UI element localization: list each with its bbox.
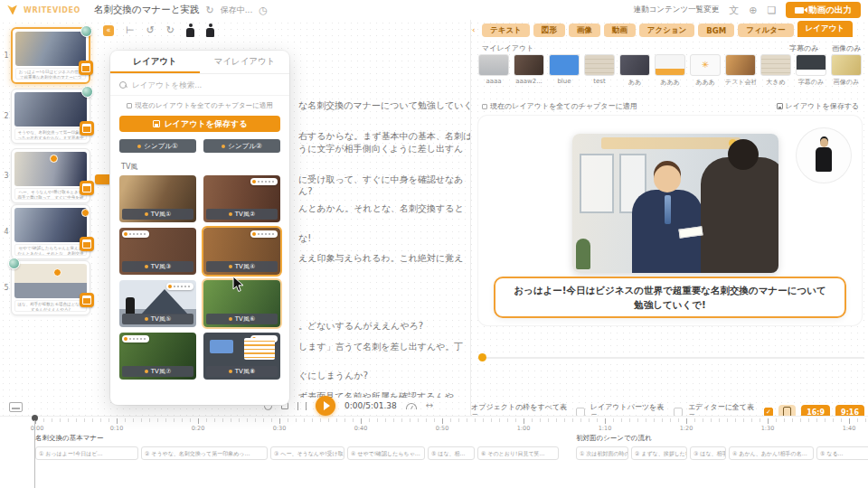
apply-to-all-link[interactable]: 現在のレイアウトを全てのチャプターに適用: [114, 101, 286, 110]
globe-icon[interactable]: ⊕: [749, 5, 757, 15]
undo-icon[interactable]: ↺: [146, 25, 155, 35]
scene-thumbnail: [14, 264, 87, 298]
script-line: うに文字が相手側向くように差し出すん: [298, 143, 470, 155]
tab-bgm[interactable]: BGM: [698, 23, 734, 37]
dot-icon: [145, 370, 148, 373]
dot-icon: [145, 317, 148, 321]
my-layout-item[interactable]: あああ: [690, 54, 721, 87]
layout-quick-button[interactable]: [79, 61, 93, 75]
timeline-segment[interactable]: ② そうやな、名刺交換って第一印象めっ…: [141, 446, 268, 460]
save-layout-button[interactable]: レイアウトを保存する: [119, 116, 280, 132]
translate-icon[interactable]: 文: [729, 5, 739, 15]
my-layout-row: aaaa aaaw2... blue test ああ あああ あああ テスト会社…: [478, 54, 862, 87]
layout-quick-button[interactable]: [80, 121, 94, 136]
search-icon: [119, 81, 127, 89]
layout-option-tv-4-selected[interactable]: TV風④: [203, 228, 280, 275]
layout-quick-button[interactable]: [80, 237, 94, 251]
tab-layout-active[interactable]: レイアウト: [797, 21, 854, 37]
my-layout-item[interactable]: ああ: [619, 54, 650, 87]
scene-item-1[interactable]: 1 おっはよー!今日はビジネスの世界で超重要な名刺交換のマナーについて勉強してい…: [2, 27, 101, 84]
tab-images[interactable]: 画像: [569, 23, 600, 37]
dot-icon: [229, 317, 232, 321]
timeline-segment[interactable]: ② まずな、挨拶した後…: [631, 446, 687, 460]
layout-quick-button[interactable]: [80, 181, 94, 195]
narrator-avatar[interactable]: [797, 128, 851, 183]
timeline-segment[interactable]: ③ へー、そうなんや!受け取るときも両…: [270, 446, 344, 460]
scene-number: 2: [2, 89, 11, 144]
scrub-handle[interactable]: [478, 353, 486, 361]
layout-search-input[interactable]: [132, 80, 268, 89]
playback-controls: 0:00/5:01.38 ↔: [264, 396, 433, 416]
stage-scrub-bar[interactable]: [478, 353, 864, 362]
timeline-segment[interactable]: ④ あかん、あかん!相手の名…: [729, 446, 814, 460]
decor-banner: [601, 137, 741, 149]
my-layout-title: マイレイアウト: [482, 43, 533, 53]
character-1-icon[interactable]: [186, 23, 194, 37]
fit-timeline-icon[interactable]: ↔: [426, 401, 433, 410]
my-layout-item[interactable]: あああ: [655, 54, 685, 87]
layout-option-tv-5[interactable]: TV風⑤: [119, 280, 196, 327]
my-layout-item[interactable]: 字幕のみ: [796, 54, 826, 87]
my-layout-item[interactable]: 画像のみ: [831, 54, 862, 87]
tab-action[interactable]: アクション: [639, 23, 695, 37]
tab-video[interactable]: 動画: [604, 23, 636, 37]
timeline-segment[interactable]: ⑥ そのとおり!目見て笑…: [477, 446, 559, 460]
subtitle-bubble[interactable]: おっはよー!今日はビジネスの世界で超重要な名刺交換のマナーについて勉強していくで…: [494, 277, 846, 318]
ruler-label: 1:10: [599, 425, 612, 432]
timeline-segment[interactable]: ⑤ ほな、相…: [428, 446, 475, 460]
play-button[interactable]: [316, 396, 335, 416]
script-line: な名刺交換のマナーについて勉強していく: [298, 99, 470, 112]
guide-icon[interactable]: ❏: [767, 5, 776, 15]
linked-content-link[interactable]: 連動コンテンツ一覧変更: [634, 5, 720, 15]
my-layout-item[interactable]: テスト会社: [725, 54, 756, 87]
scene-item-4[interactable]: 4 せやで!確認したらちゃんと覚えとかんとあかん。それとな、名刺交換すると…: [2, 204, 101, 259]
sidebar-collapse-button[interactable]: «: [103, 25, 114, 36]
marker-tool-icon[interactable]: ⊢: [126, 25, 135, 35]
popup-tabs: レイアウト マイレイアウト: [110, 51, 289, 74]
export-video-button[interactable]: 動画の出力: [786, 2, 861, 18]
tab-shapes[interactable]: 図形: [533, 23, 565, 37]
app-logo-icon: [7, 5, 17, 15]
my-layout-item[interactable]: blue: [549, 54, 580, 87]
layout-option-simple-1[interactable]: シンプル①: [119, 139, 196, 153]
scene-item-5[interactable]: 5 ほな、相手が複数おる場合はどないするんがええんやろ?: [2, 260, 101, 315]
layout-option-tv-2[interactable]: TV風②: [203, 175, 280, 222]
layout-option-tv-1[interactable]: TV風①: [119, 175, 196, 222]
playback-speed-icon[interactable]: [406, 403, 417, 409]
scene-item-2[interactable]: 2 そうやな、名刺交換って第一印象めっちゃ左右するからな。まず基本中の基本、名刺…: [2, 89, 101, 144]
history-icon[interactable]: ◷: [259, 5, 268, 15]
scene-preview-image[interactable]: [572, 134, 778, 273]
timeline-segment[interactable]: ① 次は初対面の時の…: [576, 446, 628, 460]
my-layout-item[interactable]: aaaw2...: [514, 54, 544, 87]
scene-number: 3: [2, 148, 11, 203]
timeline-segment[interactable]: ③ ほな、相手…: [690, 446, 726, 460]
save-layout-link[interactable]: レイアウトを保存する: [777, 101, 860, 111]
layout-option-tv-3[interactable]: TV風③: [119, 228, 196, 275]
timeline-segment[interactable]: ⑤ なる…: [816, 446, 868, 460]
layout-quick-button[interactable]: [80, 293, 94, 307]
timeline-segment[interactable]: ① おっはよー!今日はビ…: [35, 446, 138, 460]
captions-track-icon[interactable]: [9, 402, 23, 412]
scene-item-3[interactable]: 3 へー、そうなんや!受け取るときも両手で受け取って、すぐに中身を確認せなあかん…: [2, 148, 101, 203]
tab-layout[interactable]: レイアウト: [110, 51, 200, 73]
my-layout-item[interactable]: 大きめ: [760, 54, 791, 87]
apply-icon: [127, 103, 132, 108]
character-2-icon[interactable]: [206, 23, 214, 37]
my-layout-item[interactable]: test: [584, 54, 615, 87]
ruler-label: 0:00: [31, 425, 44, 432]
layout-option-tv-7[interactable]: TV風⑦: [119, 333, 196, 380]
chapter-title: 名刺交換の基本マナー: [35, 434, 559, 443]
redo-icon[interactable]: ↻: [166, 25, 175, 35]
range-select-icon[interactable]: [297, 402, 307, 410]
refresh-icon[interactable]: ↻: [205, 5, 213, 15]
apply-to-all-link[interactable]: 現在のレイアウトを全てのチャプターに適用: [482, 101, 637, 111]
layout-option-tv-8[interactable]: TV風⑧: [203, 333, 280, 380]
script-line: ん?: [298, 185, 470, 198]
tab-text[interactable]: テキスト: [482, 23, 530, 37]
layout-option-simple-2[interactable]: シンプル②: [203, 139, 280, 153]
layout-option-tv-6[interactable]: TV風⑥: [203, 280, 280, 327]
my-layout-item[interactable]: aaaa: [478, 54, 509, 87]
tab-my-layout[interactable]: マイレイアウト: [200, 51, 289, 73]
tab-filter[interactable]: フィルター: [738, 23, 793, 37]
timeline-segment[interactable]: ④ せやで!確認したらちゃ…: [347, 446, 425, 460]
